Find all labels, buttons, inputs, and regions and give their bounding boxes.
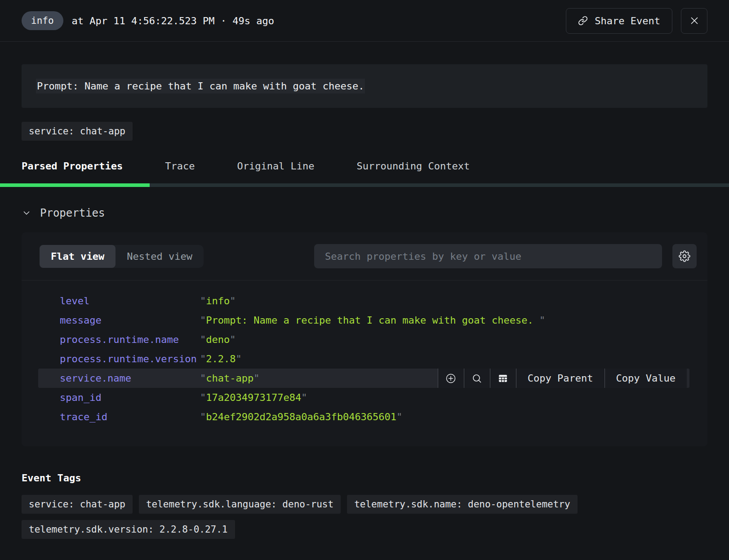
plus-circle-icon bbox=[445, 373, 456, 384]
property-value: "b24ef2902d2a958a0a6a3fb046365601" bbox=[200, 411, 402, 422]
event-tags-section: Event Tags service: chat-app telemetry.s… bbox=[22, 472, 707, 539]
properties-section-title: Properties bbox=[40, 207, 105, 219]
property-value: "deno" bbox=[200, 334, 236, 345]
search-area bbox=[204, 244, 697, 268]
search-input[interactable] bbox=[314, 244, 662, 268]
event-body: Prompt: Name a recipe that I can make wi… bbox=[0, 42, 729, 560]
event-tag-chip[interactable]: telemetry.sdk.name: deno-opentelemetry bbox=[347, 495, 577, 514]
event-header: info at Apr 11 4:56:22.523 PM · 49s ago … bbox=[0, 0, 729, 42]
event-tag-chip[interactable]: telemetry.sdk.version: 2.2.8-0.27.1 bbox=[22, 520, 235, 539]
event-tags-title: Event Tags bbox=[22, 472, 707, 484]
close-icon bbox=[689, 15, 700, 27]
table-row[interactable]: span_id "17a2034973177e84" bbox=[38, 388, 689, 407]
log-event-detail-view: info at Apr 11 4:56:22.523 PM · 49s ago … bbox=[0, 0, 729, 560]
properties-table: level "info" message "Prompt: Name a rec… bbox=[22, 280, 707, 446]
event-tag-chip[interactable]: telemetry.sdk.language: deno-rust bbox=[139, 495, 341, 514]
search-property-button[interactable] bbox=[464, 369, 490, 388]
message-preview-text: Prompt: Name a recipe that I can make wi… bbox=[36, 79, 365, 93]
event-tags-list: service: chat-app telemetry.sdk.language… bbox=[22, 495, 660, 539]
tab-underline-track bbox=[0, 183, 729, 187]
tab-surrounding-context[interactable]: Surrounding Context bbox=[357, 160, 470, 183]
property-key: span_id bbox=[60, 392, 200, 403]
property-key: message bbox=[60, 315, 200, 326]
property-key: process.runtime.name bbox=[60, 334, 200, 345]
property-key: service.name bbox=[60, 373, 200, 384]
table-row[interactable]: level "info" bbox=[38, 291, 689, 311]
share-event-label: Share Event bbox=[595, 15, 660, 27]
table-icon bbox=[498, 373, 508, 384]
view-toggle: Flat view Nested view bbox=[40, 245, 204, 268]
row-action-bar: Copy Parent Copy Value bbox=[438, 369, 687, 388]
gear-icon bbox=[679, 250, 690, 262]
property-key: process.runtime.version bbox=[60, 353, 200, 364]
table-row[interactable]: process.runtime.name "deno" bbox=[38, 330, 689, 349]
tab-parsed-properties[interactable]: Parsed Properties bbox=[22, 160, 123, 183]
tab-original-line[interactable]: Original Line bbox=[237, 160, 314, 183]
level-badge: info bbox=[22, 11, 63, 30]
table-row[interactable]: trace_id "b24ef2902d2a958a0a6a3fb0463656… bbox=[38, 407, 689, 427]
table-row[interactable]: process.runtime.version "2.2.8" bbox=[38, 349, 689, 369]
message-preview-box: Prompt: Name a recipe that I can make wi… bbox=[22, 64, 707, 108]
tab-trace[interactable]: Trace bbox=[165, 160, 195, 183]
flat-view-button[interactable]: Flat view bbox=[40, 245, 116, 268]
event-timestamp: at Apr 11 4:56:22.523 PM · 49s ago bbox=[72, 15, 274, 27]
properties-section-header[interactable]: Properties bbox=[22, 207, 707, 219]
copy-value-button[interactable]: Copy Value bbox=[605, 369, 687, 388]
table-row[interactable]: message "Prompt: Name a recipe that I ca… bbox=[38, 311, 689, 330]
property-value: "Prompt: Name a recipe that I can make w… bbox=[200, 315, 545, 326]
close-button[interactable] bbox=[681, 8, 707, 34]
property-value: "info" bbox=[200, 295, 236, 307]
search-icon bbox=[471, 373, 482, 384]
property-key: trace_id bbox=[60, 411, 200, 422]
event-tag-chip[interactable]: service: chat-app bbox=[22, 495, 133, 514]
property-value: "2.2.8" bbox=[200, 353, 242, 364]
add-filter-button[interactable] bbox=[438, 369, 464, 388]
detail-tabs: Parsed Properties Trace Original Line Su… bbox=[22, 160, 707, 183]
service-chip[interactable]: service: chat-app bbox=[22, 122, 133, 141]
add-column-button[interactable] bbox=[490, 369, 516, 388]
active-tab-indicator bbox=[0, 183, 150, 187]
property-value: "chat-app" bbox=[200, 373, 259, 384]
share-event-button[interactable]: Share Event bbox=[566, 8, 672, 34]
property-value: "17a2034973177e84" bbox=[200, 392, 307, 403]
properties-toolbar: Flat view Nested view bbox=[22, 232, 707, 280]
nested-view-button[interactable]: Nested view bbox=[116, 245, 204, 268]
properties-panel: Flat view Nested view bbox=[22, 232, 707, 446]
link-icon bbox=[578, 16, 588, 26]
property-key: level bbox=[60, 295, 200, 307]
table-row-highlighted[interactable]: service.name "chat-app" bbox=[38, 369, 689, 388]
chevron-down-icon bbox=[22, 208, 31, 218]
settings-button[interactable] bbox=[672, 244, 697, 268]
copy-parent-button[interactable]: Copy Parent bbox=[516, 369, 605, 388]
